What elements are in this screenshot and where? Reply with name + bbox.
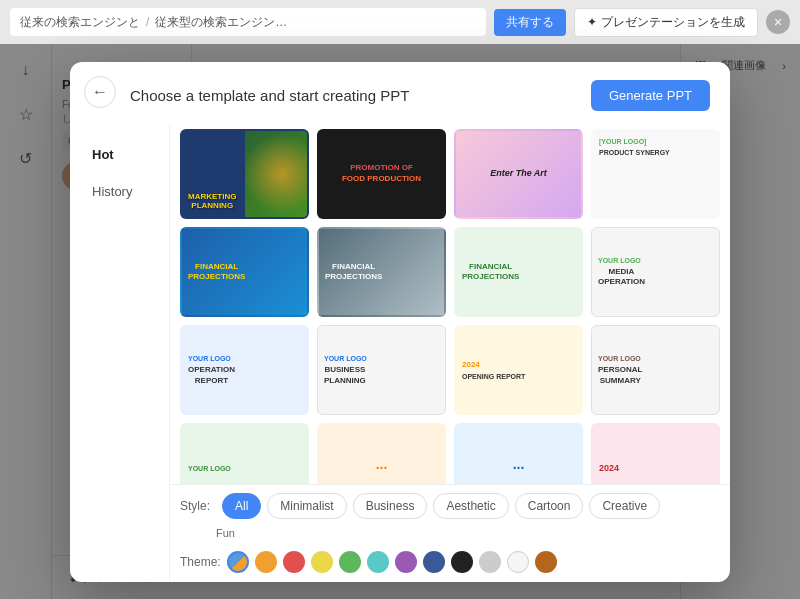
style-btn-all[interactable]: All bbox=[222, 493, 261, 519]
style-label: Style: bbox=[180, 499, 216, 513]
modal-header: Choose a template and start creating PPT… bbox=[70, 62, 730, 125]
template-grid: MARKETINGPLANNING PROMOTION OFFOOD PRODU… bbox=[180, 125, 720, 484]
template-card-9[interactable]: YOUR LOGO OPERATIONREPORT bbox=[180, 325, 309, 415]
theme-color-10[interactable] bbox=[479, 551, 501, 573]
theme-color-12[interactable] bbox=[535, 551, 557, 573]
style-sub-label: Fun bbox=[170, 527, 730, 543]
url-segment-1: 従来の検索エンジンと bbox=[20, 14, 140, 31]
generate-presentation-button[interactable]: ✦ プレゼンテーションを生成 bbox=[574, 8, 758, 37]
browser-close-button[interactable]: × bbox=[766, 10, 790, 34]
template-scroll-area[interactable]: MARKETINGPLANNING PROMOTION OFFOOD PRODU… bbox=[170, 125, 730, 484]
template-card-12[interactable]: YOUR LOGO PERSONALSUMMARY bbox=[591, 325, 720, 415]
share-button[interactable]: 共有する bbox=[494, 9, 566, 36]
template-card-13[interactable]: YOUR LOGO bbox=[180, 423, 309, 483]
style-btn-business[interactable]: Business bbox=[353, 493, 428, 519]
style-btn-aesthetic[interactable]: Aesthetic bbox=[433, 493, 508, 519]
template-card-5[interactable]: FINANCIALPROJECTIONS bbox=[180, 227, 309, 317]
theme-row: Theme: bbox=[170, 543, 730, 582]
url-bar[interactable]: 従来の検索エンジンと / 従来型の検索エンジン… bbox=[10, 8, 486, 36]
url-segment-2: 従来型の検索エンジン… bbox=[155, 14, 287, 31]
template-card-16[interactable]: 2024 bbox=[591, 423, 720, 483]
nav-item-hot[interactable]: Hot bbox=[76, 137, 163, 172]
template-card-14[interactable]: ··· bbox=[317, 423, 446, 483]
template-card-2[interactable]: PROMOTION OFFOOD PRODUCTION bbox=[317, 129, 446, 219]
style-btn-cartoon[interactable]: Cartoon bbox=[515, 493, 584, 519]
theme-color-7[interactable] bbox=[395, 551, 417, 573]
theme-color-6[interactable] bbox=[367, 551, 389, 573]
nav-item-history[interactable]: History bbox=[76, 174, 163, 209]
theme-color-4[interactable] bbox=[311, 551, 333, 573]
theme-label: Theme: bbox=[180, 555, 221, 569]
modal-overlay: ← Choose a template and start creating P… bbox=[0, 44, 800, 599]
browser-toolbar: 従来の検索エンジンと / 従来型の検索エンジン… 共有する ✦ プレゼンテーショ… bbox=[0, 0, 800, 44]
theme-color-3[interactable] bbox=[283, 551, 305, 573]
theme-color-11[interactable] bbox=[507, 551, 529, 573]
template-card-8[interactable]: YOUR LOGO MEDIAOPERATION bbox=[591, 227, 720, 317]
theme-color-2[interactable] bbox=[255, 551, 277, 573]
sparkle-icon: ✦ bbox=[587, 15, 597, 29]
style-btn-minimalist[interactable]: Minimalist bbox=[267, 493, 346, 519]
template-card-10[interactable]: YOUR LOGO BUSINESSPLANNING bbox=[317, 325, 446, 415]
template-card-3[interactable]: Enter The Art bbox=[454, 129, 583, 219]
generate-ppt-button[interactable]: Generate PPT bbox=[591, 80, 710, 111]
modal-left-nav: Hot History bbox=[70, 125, 170, 582]
style-btn-creative[interactable]: Creative bbox=[589, 493, 660, 519]
modal-body: Hot History MARKETINGPLANNING bbox=[70, 125, 730, 582]
theme-color-5[interactable] bbox=[339, 551, 361, 573]
style-filter-row: Style: All Minimalist Business Aesthetic… bbox=[170, 484, 730, 527]
template-card-4[interactable]: [Your Logo] PRODUCT SYNERGY bbox=[591, 129, 720, 219]
template-modal: ← Choose a template and start creating P… bbox=[70, 62, 730, 582]
template-card-7[interactable]: FINANCIALPROJECTIONS bbox=[454, 227, 583, 317]
theme-color-8[interactable] bbox=[423, 551, 445, 573]
url-separator: / bbox=[146, 15, 149, 29]
theme-color-9[interactable] bbox=[451, 551, 473, 573]
template-card-1[interactable]: MARKETINGPLANNING bbox=[180, 129, 309, 219]
modal-title: Choose a template and start creating PPT bbox=[130, 87, 409, 104]
template-card-15[interactable]: ··· bbox=[454, 423, 583, 483]
template-card-6[interactable]: FINANCIALPROJECTIONS bbox=[317, 227, 446, 317]
back-arrow-icon: ← bbox=[92, 83, 108, 101]
template-main-area: MARKETINGPLANNING PROMOTION OFFOOD PRODU… bbox=[170, 125, 730, 582]
modal-back-button[interactable]: ← bbox=[84, 76, 116, 108]
theme-color-1[interactable] bbox=[227, 551, 249, 573]
template-card-11[interactable]: 2024 OPENING REPORT bbox=[454, 325, 583, 415]
